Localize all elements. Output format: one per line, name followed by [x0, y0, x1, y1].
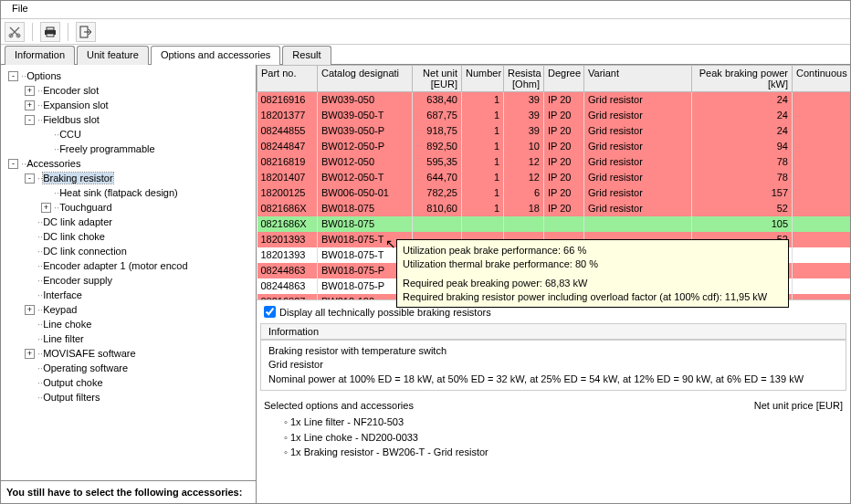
col-header[interactable]: Number	[462, 66, 504, 92]
tree-label: Line filter	[43, 333, 84, 344]
tab-unit-feature[interactable]: Unit feature	[77, 46, 149, 65]
svg-rect-4	[47, 34, 54, 37]
tree-label: DC link adapter	[43, 216, 112, 227]
tree-label: CCU	[59, 129, 81, 140]
tree-label: DC link connection	[43, 246, 127, 257]
col-header[interactable]: Degree	[544, 66, 584, 92]
expand-icon[interactable]: +	[41, 203, 51, 213]
tree-item[interactable]: ·· Heat sink (flatpack design)	[5, 185, 252, 200]
tree-label: Expansion slot	[43, 100, 109, 110]
col-header[interactable]: Resista[Ohm]	[504, 66, 544, 92]
tree-label: Operating software	[43, 362, 128, 373]
col-header[interactable]: Part no.	[257, 66, 318, 92]
net-price-header: Net unit price [EUR]	[754, 400, 843, 411]
tree-item[interactable]: -·· Accessories	[5, 156, 252, 171]
tree-item[interactable]: -·· Fieldbus slot	[5, 112, 252, 127]
tree-label: DC link choke	[43, 231, 105, 242]
tree-label: Output choke	[43, 377, 102, 388]
tree-item[interactable]: -·· Braking resistor	[5, 171, 252, 185]
tree-item[interactable]: +·· Touchguard	[5, 200, 252, 215]
tree-item[interactable]: ·· DC link choke	[5, 229, 252, 244]
tree-label: Line choke	[43, 319, 91, 330]
expand-icon[interactable]: +	[25, 100, 35, 110]
list-item: ◦ 1x Braking resistor - BW206-T - Grid r…	[284, 445, 823, 460]
options-tree[interactable]: -·· Options+·· Encoder slot+·· Expansion…	[1, 65, 256, 480]
tree-label: Freely programmable	[59, 143, 155, 154]
tree-label: Encoder adapter 1 (motor encod	[43, 260, 187, 271]
tree-item[interactable]: ·· Encoder adapter 1 (motor encod	[5, 258, 252, 273]
col-header[interactable]: Variant	[584, 66, 692, 92]
information-header: Information	[260, 323, 846, 340]
table-row[interactable]: 08216916BW039-050638,40139IP 20Grid resi…	[257, 92, 851, 108]
table-row[interactable]: 0821686XBW018-075810,60118IP 20Grid resi…	[257, 201, 851, 216]
tool-exit-icon[interactable]	[76, 22, 96, 42]
expand-icon[interactable]: +	[25, 349, 35, 359]
expand-icon[interactable]: -	[8, 159, 18, 169]
tree-item[interactable]: +·· Expansion slot	[5, 98, 252, 112]
tree-item[interactable]: ·· CCU	[5, 127, 252, 142]
tree-label: Touchguard	[59, 202, 112, 213]
tabstrip: Information Unit feature Options and acc…	[1, 45, 850, 65]
col-header[interactable]: Net unit[EUR]	[413, 66, 462, 92]
tree-item[interactable]: +·· Keypad	[5, 302, 252, 317]
col-header[interactable]: Catalog designati	[318, 66, 413, 92]
tree-item[interactable]: ·· DC link connection	[5, 244, 252, 258]
selected-acc-header: Selected options and accessories	[264, 400, 414, 411]
tree-item[interactable]: ·· Interface	[5, 288, 252, 302]
col-header[interactable]: Continuous	[793, 66, 851, 92]
left-footer-note: You still have to select the following a…	[1, 480, 256, 503]
tree-label: Braking resistor	[43, 173, 112, 184]
tree-label: Options	[26, 70, 61, 81]
tree-item[interactable]: ·· Line choke	[5, 317, 252, 331]
tree-label: MOVISAFE software	[43, 348, 135, 359]
tree-label: Fieldbus slot	[43, 114, 100, 125]
tree-label: Accessories	[26, 158, 80, 169]
tree-item[interactable]: +·· MOVISAFE software	[5, 346, 252, 361]
tab-information[interactable]: Information	[5, 46, 75, 65]
display-all-checkbox[interactable]	[264, 306, 276, 318]
tree-label: Output filters	[43, 392, 100, 403]
expand-icon[interactable]: +	[25, 86, 35, 96]
expand-icon[interactable]: -	[25, 173, 35, 184]
row-tooltip: Utilization peak brake performance: 66 %…	[396, 239, 789, 308]
table-row[interactable]: 18201377BW039-050-T687,75139IP 20Grid re…	[257, 108, 851, 123]
tree-label: Keypad	[43, 304, 77, 315]
selected-acc-list: ◦ 1x Line filter - NF210-503◦ 1x Line ch…	[257, 415, 850, 460]
tree-item[interactable]: ·· Freely programmable	[5, 142, 252, 156]
tree-item[interactable]: -·· Options	[5, 68, 252, 83]
information-body: Braking resistor with temperature switch…	[260, 340, 846, 391]
table-row[interactable]: 08244855BW039-050-P918,75139IP 20Grid re…	[257, 123, 851, 139]
list-item: ◦ 1x Line filter - NF210-503	[284, 415, 823, 430]
table-row[interactable]: 0821686XBW018-075105	[257, 216, 851, 232]
expand-icon[interactable]: -	[8, 71, 18, 81]
tree-item[interactable]: +·· Encoder slot	[5, 83, 252, 98]
tree-item[interactable]: ·· Line filter	[5, 331, 252, 346]
tree-label: Encoder supply	[43, 275, 112, 286]
tab-options-accessories[interactable]: Options and accessories	[151, 46, 280, 65]
tree-item[interactable]: ·· DC link adapter	[5, 215, 252, 229]
list-item: ◦ 1x Line choke - ND200-0033	[284, 430, 823, 446]
tree-label: Interface	[43, 289, 82, 300]
tree-item[interactable]: ·· Encoder supply	[5, 273, 252, 288]
tree-label: Heat sink (flatpack design)	[59, 187, 178, 198]
tool-print-icon[interactable]	[40, 22, 60, 42]
table-row[interactable]: 08244847BW012-050-P892,50110IP 20Grid re…	[257, 139, 851, 154]
expand-icon[interactable]: +	[25, 305, 35, 315]
expand-icon[interactable]: -	[25, 115, 35, 125]
tool-scissors-icon[interactable]	[5, 22, 25, 42]
tree-item[interactable]: ·· Operating software	[5, 361, 252, 375]
svg-rect-2	[47, 27, 54, 30]
tree-label: Encoder slot	[43, 85, 99, 96]
table-row[interactable]: 18200125BW006-050-01782,2516IP 20Grid re…	[257, 185, 851, 201]
tab-result[interactable]: Result	[282, 46, 331, 65]
tree-item[interactable]: ·· Output choke	[5, 375, 252, 390]
col-header[interactable]: Peak braking power[kW]	[692, 66, 793, 92]
table-row[interactable]: 18201407BW012-050-T644,70112IP 20Grid re…	[257, 170, 851, 185]
table-row[interactable]: 08216819BW012-050595,35112IP 20Grid resi…	[257, 154, 851, 170]
tree-item[interactable]: ·· Output filters	[5, 390, 252, 404]
menu-file[interactable]: File	[6, 1, 34, 16]
